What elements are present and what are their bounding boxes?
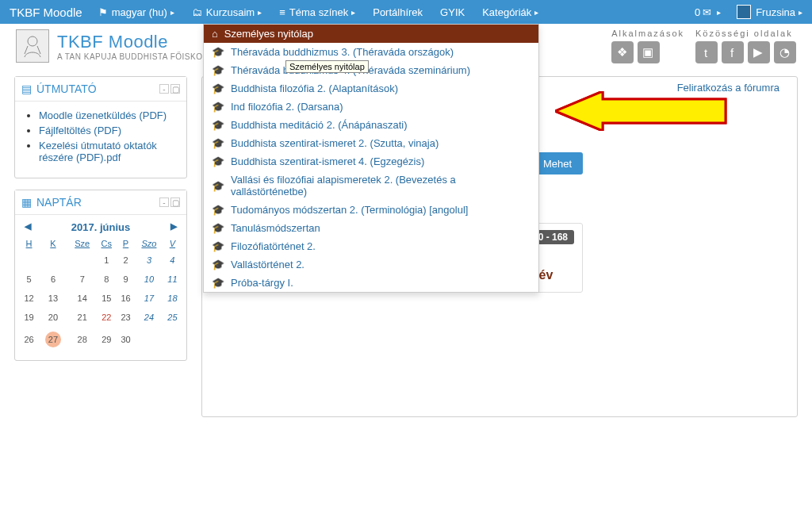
calendar-day[interactable]: 6: [38, 270, 68, 289]
calendar-month: 2017. június: [71, 221, 130, 233]
dropdown-item[interactable]: 🎓Théraváda buddhizmus 4. (Théraváda szem…: [204, 61, 538, 79]
graduation-cap-icon: 🎓: [212, 259, 224, 270]
calendar-day[interactable]: 16: [117, 289, 135, 308]
calendar-day[interactable]: 2: [117, 251, 135, 270]
calendar-day: [68, 251, 97, 270]
calendar-day[interactable]: 23: [117, 308, 135, 327]
prev-month-button[interactable]: ◀: [25, 221, 31, 232]
calendar-day[interactable]: 19: [20, 308, 38, 327]
dropdown-item[interactable]: 🎓Vallástörténet 2.: [204, 255, 538, 274]
clipboard-icon: ▤: [21, 82, 32, 95]
guide-title: Útmutató: [36, 82, 97, 95]
calendar-dow: K: [38, 236, 68, 251]
calendar-day[interactable]: 24: [135, 308, 163, 327]
calendar-day: [135, 327, 163, 352]
calendar-day[interactable]: 25: [163, 308, 182, 327]
calendar-day[interactable]: 4: [163, 251, 182, 270]
dropdown-item[interactable]: 🎓Buddhista meditáció 2. (Ánápánaszati): [204, 116, 538, 134]
mycourses-dropdown: ⌂ Személyes nyitólap 🎓Théraváda buddhizm…: [203, 24, 539, 293]
calendar-day[interactable]: 13: [38, 289, 68, 308]
briefcase-icon: 🗂: [192, 6, 202, 18]
brand-title[interactable]: TKBF Moodle: [10, 6, 82, 19]
guide-link[interactable]: Kezelési útmutató oktatók részére (PDF).…: [39, 140, 157, 163]
graduation-cap-icon: 🎓: [212, 222, 224, 234]
calendar-day[interactable]: 14: [68, 289, 97, 308]
dropdown-item[interactable]: 🎓Théraváda buddhizmus 3. (Théraváda orsz…: [204, 43, 538, 61]
messages-link[interactable]: 0 ✉ ▸: [695, 6, 721, 18]
calendar-day[interactable]: 3: [135, 251, 163, 270]
calendar-day[interactable]: 21: [68, 308, 97, 327]
calendar-block: ▦ Naptár -▢ ◀ 2017. június ▶ HKSzeCsPSzo…: [14, 190, 187, 361]
dock-icon[interactable]: ▢: [170, 197, 180, 207]
minimize-icon[interactable]: -: [159, 84, 169, 94]
list-icon: ≡: [279, 6, 285, 18]
calendar-day[interactable]: 22: [97, 308, 117, 327]
calendar-day[interactable]: 9: [117, 270, 135, 289]
dropdown-item[interactable]: 🎓Buddhista filozófia 2. (Alaptanítások): [204, 79, 538, 98]
calendar-day[interactable]: 17: [135, 289, 163, 308]
calendar-day[interactable]: 10: [135, 270, 163, 289]
svg-marker-1: [555, 91, 726, 131]
minimize-icon[interactable]: -: [159, 197, 169, 207]
graduation-cap-icon: 🎓: [212, 101, 224, 113]
calendar-day[interactable]: 12: [20, 289, 38, 308]
calendar-day: [163, 327, 182, 352]
nav-language-label: magyar (hu): [112, 6, 167, 18]
calendar-dow: H: [20, 236, 38, 251]
dropdown-item[interactable]: 🎓Tanulásmódszertan: [204, 219, 538, 237]
youtube-icon[interactable]: ▶: [748, 41, 770, 63]
nav-language[interactable]: ⚑ magyar (hu) ▸: [98, 6, 174, 18]
top-nav: TKBF Moodle ⚑ magyar (hu) ▸ 🗂 Kurzusaim …: [0, 0, 812, 24]
caret-icon: ▸: [534, 8, 538, 17]
dropdown-item[interactable]: 🎓Vallási és filozófiai alapismeretek 2. …: [204, 171, 538, 201]
guide-link[interactable]: Moodle üzenetküldés (PDF): [39, 109, 167, 121]
feed-icon[interactable]: ◔: [774, 41, 796, 63]
nav-categories[interactable]: Kategóriák ▸: [482, 6, 538, 18]
graduation-cap-icon: 🎓: [212, 155, 224, 167]
caret-icon: ▸: [799, 8, 802, 17]
dropdown-item[interactable]: 🎓Próba-tárgy I.: [204, 274, 538, 292]
calendar-day[interactable]: 11: [163, 270, 182, 289]
header-apps-label: Alkalmazások: [611, 29, 684, 38]
logo-title: TKBF Moodle: [57, 32, 202, 52]
dropdown-item[interactable]: 🎓Filozófiatörténet 2.: [204, 237, 538, 255]
calendar-day[interactable]: 27: [38, 327, 68, 352]
dropdown-item[interactable]: 🎓Tudományos módszertan 2. (Terminológia)…: [204, 201, 538, 219]
calendar-day[interactable]: 28: [68, 327, 97, 352]
dropdown-item[interactable]: 🎓Buddhista szentirat-ismeret 4. (Egzegéz…: [204, 152, 538, 171]
calendar-day[interactable]: 7: [68, 270, 97, 289]
apple-icon[interactable]: ❖: [611, 41, 634, 63]
calendar-day[interactable]: 15: [97, 289, 117, 308]
caret-icon: ▸: [258, 8, 262, 17]
dock-icon[interactable]: ▢: [170, 84, 180, 94]
calendar-dow: Sze: [68, 236, 97, 251]
facebook-icon[interactable]: f: [722, 41, 744, 63]
calendar-day[interactable]: 5: [20, 270, 38, 289]
calendar-dow: P: [117, 236, 135, 251]
dropdown-item[interactable]: 🎓Buddhista szentirat-ismeret 2. (Szutta,…: [204, 134, 538, 152]
calendar-day[interactable]: 18: [163, 289, 182, 308]
logo-subtitle: A TAN KAPUJA BUDDHISTA FŐISKO: [57, 52, 202, 61]
graduation-cap-icon: 🎓: [212, 82, 224, 94]
android-icon[interactable]: ▣: [638, 41, 660, 63]
calendar-day[interactable]: 20: [38, 308, 68, 327]
user-menu[interactable]: Fruzsina ▸: [737, 5, 802, 19]
twitter-icon[interactable]: t: [695, 41, 718, 63]
search-go-button[interactable]: Mehet: [532, 152, 583, 174]
calendar-day[interactable]: 1: [97, 251, 117, 270]
nav-news[interactable]: Portálhírek: [373, 6, 423, 18]
calendar-day[interactable]: 8: [97, 270, 117, 289]
dropdown-item-home[interactable]: ⌂ Személyes nyitólap: [204, 25, 538, 43]
tooltip: Személyes nyitólap: [285, 60, 369, 73]
calendar-day[interactable]: 29: [97, 327, 117, 352]
next-month-button[interactable]: ▶: [170, 221, 177, 232]
guide-link[interactable]: Fájlfeltöltés (PDF): [39, 125, 121, 136]
nav-faq[interactable]: GYIK: [440, 6, 465, 18]
caret-icon: ▸: [351, 8, 355, 17]
calendar-day[interactable]: 30: [117, 327, 135, 352]
nav-mycourses[interactable]: 🗂 Kurzusaim ▸: [192, 6, 262, 18]
avatar-icon: [737, 5, 751, 19]
dropdown-item[interactable]: 🎓Ind filozófia 2. (Darsana): [204, 98, 538, 116]
nav-themes[interactable]: ≡ Téma színek ▸: [279, 6, 355, 18]
calendar-day[interactable]: 26: [20, 327, 38, 352]
